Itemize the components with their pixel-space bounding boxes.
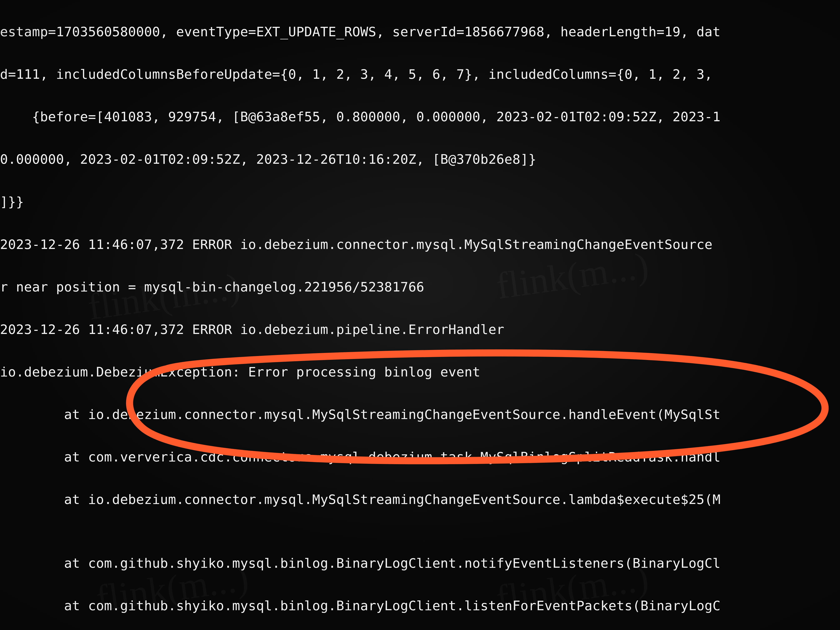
log-line: d=111, includedColumnsBeforeUpdate={0, 1… — [0, 64, 840, 85]
log-line: at com.github.shyiko.mysql.binlog.Binary… — [0, 595, 840, 616]
log-line: {before=[401083, 929754, [B@63a8ef55, 0.… — [0, 106, 840, 128]
log-line: 2023-12-26 11:46:07,372 ERROR io.debeziu… — [0, 319, 840, 340]
log-line: at com.github.shyiko.mysql.binlog.Binary… — [0, 553, 840, 574]
log-line: ]}} — [0, 191, 840, 213]
log-line: io.debezium.DebeziumException: Error pro… — [0, 362, 840, 383]
terminal-output: estamp=1703560580000, eventType=EXT_UPDA… — [0, 0, 840, 630]
log-line: estamp=1703560580000, eventType=EXT_UPDA… — [0, 21, 840, 43]
log-line: at io.debezium.connector.mysql.MySqlStre… — [0, 489, 840, 510]
log-line: at com.ververica.cdc.connectors.mysql.de… — [0, 447, 840, 468]
log-line: 2023-12-26 11:46:07,372 ERROR io.debeziu… — [0, 234, 840, 255]
log-line: at io.debezium.connector.mysql.MySqlStre… — [0, 404, 840, 425]
log-line: 0.000000, 2023-02-01T02:09:52Z, 2023-12-… — [0, 149, 840, 170]
log-line: r near position = mysql-bin-changelog.22… — [0, 276, 840, 298]
